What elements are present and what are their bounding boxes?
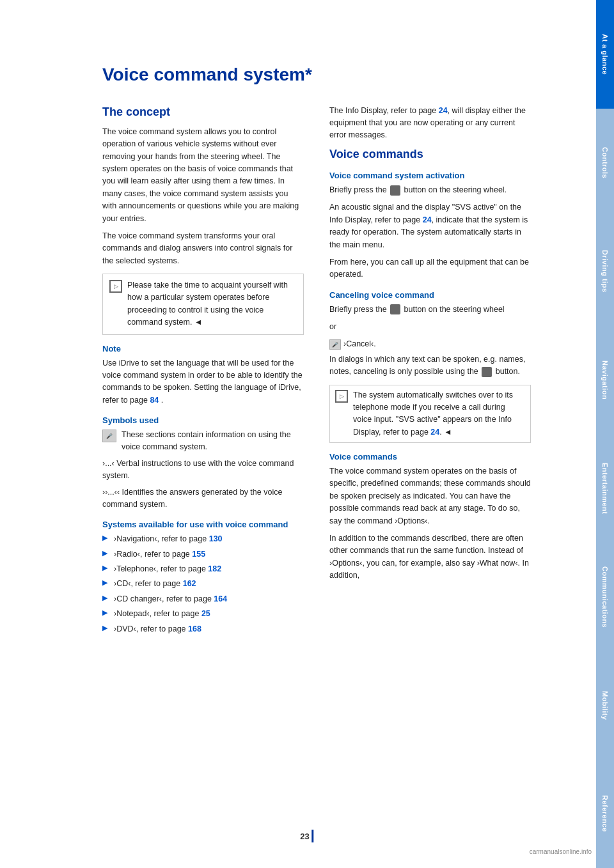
info-box-text: The system automatically switches over t… <box>353 389 525 439</box>
voice-cmd-p2: In addition to the commands described, t… <box>329 532 531 582</box>
voice-cmd-p1: The voice command system operates on the… <box>329 465 531 527</box>
nav-page-link[interactable]: 130 <box>209 534 223 543</box>
note-page-ref[interactable]: 84 <box>150 396 159 405</box>
symbol-row-3: ››...‹‹ Identifies the answers generated… <box>102 486 304 511</box>
cancel-command-row: 🎤 ›Cancel‹. <box>329 338 531 350</box>
activation-page-link[interactable]: 24 <box>423 215 432 224</box>
page-number-container: 23 <box>300 830 313 842</box>
dvd-page-link[interactable]: 168 <box>188 624 201 633</box>
mic-icon: 🎤 <box>102 430 116 442</box>
cancel-subheading: Canceling voice command <box>329 290 531 300</box>
concept-heading: The concept <box>102 105 304 120</box>
page-title: Voice command system* <box>102 64 531 86</box>
cancel-cmd-icon: 🎤 <box>329 339 341 350</box>
page-line <box>312 830 314 842</box>
cancel-btn-inline-icon <box>482 367 492 377</box>
sidebar-tab-mobility[interactable]: Mobility <box>596 651 614 760</box>
info-display-link[interactable]: 24 <box>439 106 448 115</box>
list-item: ▶ ›DVD‹, refer to page 168 <box>102 623 304 635</box>
voice-cmd-subheading: Voice commands <box>329 452 531 461</box>
cancel-cmd-text: ›Cancel‹. <box>343 338 376 350</box>
cancel-p2: In dialogs in which any text can be spok… <box>329 353 531 378</box>
info-box-icon <box>335 390 348 403</box>
note-icon <box>109 280 122 293</box>
left-column: The concept The voice command system all… <box>102 105 304 638</box>
list-item: ▶ ›Navigation‹, refer to page 130 <box>102 533 304 545</box>
symbol-text-1: These sections contain information on us… <box>122 429 304 454</box>
note-label: Note <box>102 344 304 353</box>
note-body: Use iDrive to set the language that will… <box>102 357 304 407</box>
concept-p2: The voice command system transforms your… <box>102 230 304 267</box>
telephone-page-link[interactable]: 182 <box>208 564 221 573</box>
cancel-or: or <box>329 321 531 333</box>
info-box: The system automatically switches over t… <box>329 385 531 444</box>
symbol-text-2: ›...‹ Verbal instructions to use with th… <box>102 458 304 483</box>
steering-button-icon <box>390 185 400 196</box>
sidebar-tab-controls[interactable]: Controls <box>596 109 614 217</box>
sidebar-tab-at-a-glance[interactable]: At a glance <box>596 0 614 109</box>
sidebar-tab-driving-tips[interactable]: Driving tips <box>596 217 614 326</box>
symbol-text-3: ››...‹‹ Identifies the answers generated… <box>102 486 304 511</box>
note-box: Please take the time to acquaint yoursel… <box>102 274 304 335</box>
voice-commands-heading: Voice commands <box>329 147 531 162</box>
activation-p2: An acoustic signal and the display "SVS … <box>329 201 531 251</box>
activation-p3: From here, you can call up all the equip… <box>329 256 531 281</box>
systems-heading: Systems available for use with voice com… <box>102 520 304 529</box>
symbol-row-2: ›...‹ Verbal instructions to use with th… <box>102 458 304 483</box>
cd-page-link[interactable]: 162 <box>183 579 196 588</box>
notepad-page-link[interactable]: 25 <box>201 609 210 618</box>
symbols-heading: Symbols used <box>102 415 304 425</box>
sidebar-tab-reference[interactable]: Reference <box>596 759 614 868</box>
list-item: ▶ ›Radio‹, refer to page 155 <box>102 548 304 561</box>
list-item: ▶ ›CD‹, refer to page 162 <box>102 578 304 590</box>
list-arrow-icon: ▶ <box>102 624 110 632</box>
right-column: The Info Display, refer to page 24, will… <box>329 105 531 638</box>
systems-list: ▶ ›Navigation‹, refer to page 130 ▶ ›Rad… <box>102 533 304 635</box>
sidebar-tab-entertainment[interactable]: Entertainment <box>596 434 614 543</box>
list-arrow-icon: ▶ <box>102 594 110 602</box>
cancel-button-icon <box>390 304 400 314</box>
list-arrow-icon: ▶ <box>102 608 110 617</box>
list-arrow-icon: ▶ <box>102 564 110 572</box>
sidebar-tab-communications[interactable]: Communications <box>596 543 614 651</box>
sidebar: At a glance Controls Driving tips Naviga… <box>596 0 614 868</box>
list-item: ▶ ›CD changer‹, refer to page 164 <box>102 593 304 605</box>
list-item: ▶ ›Telephone‹, refer to page 182 <box>102 563 304 575</box>
activation-p1: Briefly press the button on the steering… <box>329 184 531 196</box>
cancel-p1: Briefly press the button on the steering… <box>329 304 531 316</box>
sidebar-tab-navigation[interactable]: Navigation <box>596 325 614 434</box>
note-text: Please take the time to acquaint yoursel… <box>127 279 297 329</box>
list-arrow-icon: ▶ <box>102 534 110 542</box>
list-item: ▶ ›Notepad‹, refer to page 25 <box>102 608 304 620</box>
list-arrow-icon: ▶ <box>102 578 110 587</box>
symbol-row-1: 🎤 These sections contain information on … <box>102 429 304 454</box>
info-display-text: The Info Display, refer to page 24, will… <box>329 105 531 142</box>
watermark: carmanualsonline.info <box>530 848 592 855</box>
concept-p1: The voice command system allows you to c… <box>102 126 304 225</box>
cdchanger-page-link[interactable]: 164 <box>214 594 227 603</box>
activation-subheading: Voice command system activation <box>329 171 531 180</box>
list-arrow-icon: ▶ <box>102 549 110 557</box>
radio-page-link[interactable]: 155 <box>192 550 205 559</box>
page-number: 23 <box>300 832 309 841</box>
info-box-page-link[interactable]: 24 <box>430 428 439 437</box>
main-content: Voice command system* The concept The vo… <box>0 0 556 868</box>
